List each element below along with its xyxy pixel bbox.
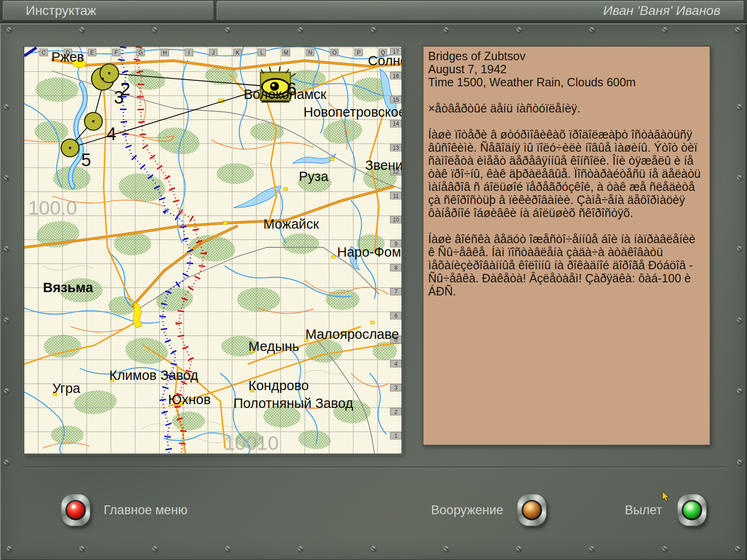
svg-text:F: F xyxy=(115,49,118,56)
screw-icon xyxy=(444,27,449,33)
main-menu-button[interactable] xyxy=(61,494,90,526)
main-menu-label[interactable]: Главное меню xyxy=(104,503,187,517)
briefing-screen: { "header": { "tab_briefing": "Инструкта… xyxy=(0,0,747,560)
svg-text:2: 2 xyxy=(395,409,398,415)
mouse-cursor-icon xyxy=(662,491,671,502)
screw-icon xyxy=(225,546,231,552)
top-tab-bar: Инструктаж Иван 'Ваня' Иванов xyxy=(0,0,747,22)
screw-icon xyxy=(737,388,742,394)
briefing-paragraph-1: Íàøè ïîòåðè â øòóðìîâèêàõ ïðîäîëæàþò îñò… xyxy=(428,128,705,219)
screw-icon xyxy=(7,546,12,552)
green-button-icon xyxy=(684,502,700,518)
svg-text:I: I xyxy=(188,49,190,56)
city-label: Малоярославе xyxy=(305,327,399,342)
svg-text:K: K xyxy=(236,49,240,56)
mission-date: August 7, 1942 xyxy=(428,63,705,76)
screw-icon xyxy=(589,27,595,33)
screw-icon xyxy=(737,460,742,465)
pilot-name-label: Иван 'Ваня' Иванов xyxy=(603,3,720,18)
waypoint-label: 3 xyxy=(114,88,124,107)
city-label: Климов Завод xyxy=(109,368,198,383)
fly-button[interactable] xyxy=(677,494,706,526)
briefing-map[interactable]: CDEFGHIJKLMNOPQ 171615141312111098765432… xyxy=(23,46,402,455)
screw-icon xyxy=(371,27,376,33)
screw-icon xyxy=(735,546,740,552)
city-label: Наро-Фоми xyxy=(337,245,402,259)
svg-text:16: 16 xyxy=(393,73,399,79)
scale-mark: 10010 xyxy=(224,432,279,454)
screw-icon xyxy=(516,546,522,552)
briefing-paragraph-2: Íàøè âîéñêà âåäóò îæåñòî÷åííûå áîè íà íà… xyxy=(428,232,705,298)
svg-text:3: 3 xyxy=(395,385,398,391)
grid-column-tabs: CDEFGHIJKLMNOPQ xyxy=(40,49,387,56)
svg-text:H: H xyxy=(163,49,167,56)
city-label: Полотняный Завод xyxy=(233,396,353,411)
pilot-name-tab[interactable]: Иван 'Ваня' Иванов xyxy=(217,1,744,21)
screw-icon xyxy=(7,27,12,33)
screw-icon xyxy=(225,27,231,33)
city-label: Ржев xyxy=(51,49,84,64)
svg-text:M: M xyxy=(284,49,289,56)
waypoint-label: 5 xyxy=(81,150,91,170)
mission-title: Bridges of Zubtsov xyxy=(428,49,705,63)
screw-icon xyxy=(516,27,522,33)
svg-text:P: P xyxy=(357,49,360,56)
svg-text:10: 10 xyxy=(393,217,399,223)
scale-mark: 100.0 xyxy=(28,197,77,219)
screw-icon xyxy=(4,175,9,181)
svg-text:14: 14 xyxy=(393,120,399,127)
svg-text:1: 1 xyxy=(395,433,398,439)
screw-icon xyxy=(737,175,742,181)
svg-text:8: 8 xyxy=(395,265,398,271)
svg-text:15: 15 xyxy=(393,97,399,103)
mission-conditions: Time 1500, Weather Rain, Clouds 600m xyxy=(428,76,705,89)
city-label: Новопетровское xyxy=(303,105,402,119)
screw-icon xyxy=(152,546,158,552)
screw-icon xyxy=(298,27,303,33)
screw-icon xyxy=(737,317,742,323)
svg-text:N: N xyxy=(308,49,312,56)
city-label: Волоколамск xyxy=(244,87,326,102)
screw-icon xyxy=(735,27,740,33)
city-label: Юхнов xyxy=(168,392,211,407)
screw-icon xyxy=(662,546,668,552)
city-label: Кондрово xyxy=(248,378,309,393)
waypoint-label: 6 xyxy=(287,79,296,99)
screw-icon xyxy=(444,546,449,552)
city-label: Можайск xyxy=(263,217,319,231)
city-label: Угра xyxy=(52,381,81,396)
armament-button[interactable] xyxy=(517,494,546,526)
screw-icon xyxy=(79,27,85,33)
svg-text:L: L xyxy=(260,49,263,56)
svg-text:G: G xyxy=(138,49,142,56)
screw-icon xyxy=(79,546,85,552)
amber-button-icon xyxy=(523,502,540,518)
screw-icon xyxy=(589,546,595,552)
svg-text:11: 11 xyxy=(393,193,399,199)
city-label: Звени xyxy=(365,158,402,173)
city-label: Солне xyxy=(368,53,402,68)
screw-icon xyxy=(152,27,158,33)
svg-text:E: E xyxy=(90,49,94,56)
screw-icon xyxy=(371,546,376,552)
tab-briefing[interactable]: Инструктаж xyxy=(3,1,214,21)
svg-text:O: O xyxy=(332,49,337,56)
fly-label[interactable]: Вылет xyxy=(625,503,662,517)
city-label: Вязьма xyxy=(43,280,93,295)
screw-icon xyxy=(4,460,9,465)
screw-icon xyxy=(298,546,303,552)
svg-text:4: 4 xyxy=(395,361,398,367)
screw-icon xyxy=(737,246,742,252)
red-button-icon xyxy=(67,502,84,518)
svg-text:C: C xyxy=(42,49,46,56)
svg-text:13: 13 xyxy=(393,145,399,151)
screw-icon xyxy=(662,27,668,33)
footer-divider xyxy=(21,467,726,468)
screw-icon xyxy=(737,104,742,110)
city-label: Медынь xyxy=(248,339,299,354)
tab-briefing-label: Инструктаж xyxy=(26,3,96,18)
svg-text:6: 6 xyxy=(395,313,398,319)
screw-icon xyxy=(4,317,9,323)
armament-label[interactable]: Вооружение xyxy=(431,503,503,517)
screw-icon xyxy=(4,104,9,110)
